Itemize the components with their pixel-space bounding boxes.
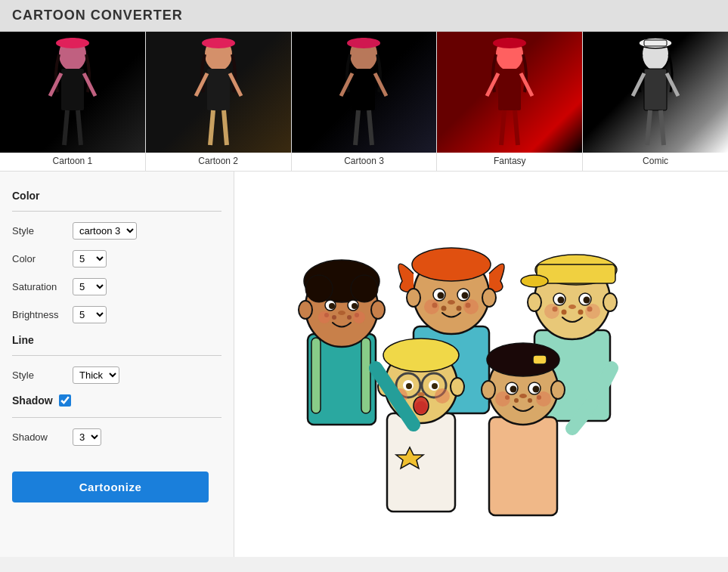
image-item-cartoon2[interactable]: Cartoon 2 (146, 32, 292, 171)
cartoon-kids-illustration (262, 183, 701, 546)
brightness-label: Brightness (12, 309, 73, 320)
svg-point-83 (557, 297, 564, 304)
svg-rect-59 (361, 338, 370, 413)
app-title: CARTOON CONVERTER (12, 8, 183, 23)
svg-rect-9 (207, 69, 230, 110)
image-preview-fantasy (437, 32, 582, 153)
svg-rect-58 (311, 338, 321, 413)
brightness-control: 1234 567 8910 (73, 306, 107, 323)
svg-rect-1 (61, 69, 84, 110)
svg-point-87 (578, 310, 583, 315)
svg-point-125 (495, 391, 510, 407)
svg-point-104 (417, 392, 425, 397)
svg-point-66 (461, 292, 468, 299)
image-item-cartoon3[interactable]: Cartoon 3 (292, 32, 438, 171)
color-field-row: Color 1234 567 8910 (12, 250, 221, 267)
svg-line-6 (64, 110, 67, 145)
image-preview-cartoon3 (292, 32, 437, 153)
svg-point-43 (305, 275, 333, 302)
comic-figure (621, 36, 689, 149)
line-style-select[interactable]: Thin Thick Extra (73, 366, 119, 384)
svg-point-89 (568, 305, 576, 309)
svg-point-71 (448, 300, 455, 305)
image-preview-cartoon1 (0, 32, 145, 153)
svg-rect-3 (61, 40, 84, 46)
svg-rect-94 (387, 413, 455, 512)
brightness-field-row: Brightness 1234 567 8910 (12, 306, 221, 323)
color-section: Color Style cartoon 1 cartoon 2 cartoon … (12, 190, 221, 323)
image-label-cartoon2: Cartoon 2 (198, 156, 238, 166)
kid-front-right (482, 343, 565, 515)
shadow-value-label: Shadow (12, 431, 73, 443)
fantasy-figure (476, 36, 544, 149)
svg-point-106 (415, 401, 427, 413)
image-item-cartoon1[interactable]: Cartoon 1 (0, 32, 146, 171)
shadow-divider (12, 417, 221, 418)
cartoonize-button[interactable]: Cartoonize (12, 472, 209, 502)
image-preview-cartoon2 (146, 32, 291, 153)
svg-point-75 (482, 289, 496, 307)
line-divider (12, 355, 221, 356)
saturation-field-row: Saturation 1234 567 8910 (12, 278, 221, 295)
line-section: Line Style Thin Thick Extra (12, 334, 221, 384)
svg-point-54 (318, 311, 330, 323)
image-label-cartoon3: Cartoon 3 (344, 156, 384, 166)
svg-point-92 (528, 293, 541, 311)
svg-point-65 (437, 292, 444, 299)
svg-point-73 (463, 299, 479, 314)
cartoon1-figure (39, 36, 107, 149)
svg-point-68 (441, 306, 446, 311)
kid-back-left (299, 260, 385, 425)
svg-point-119 (532, 386, 539, 393)
svg-point-114 (487, 343, 559, 376)
svg-point-80 (521, 275, 548, 287)
svg-rect-112 (489, 417, 557, 515)
svg-point-108 (435, 388, 450, 403)
shadow-checkbox[interactable] (59, 394, 71, 407)
color-select[interactable]: 1234 567 8910 (73, 250, 107, 267)
image-preview-comic (583, 32, 728, 153)
svg-point-127 (482, 381, 495, 399)
svg-point-72 (424, 299, 439, 314)
svg-rect-35 (644, 40, 667, 46)
line-section-title: Line (12, 334, 221, 346)
brightness-select[interactable]: 1234 567 8910 (73, 306, 107, 323)
svg-point-53 (338, 311, 345, 315)
kid-front-left (378, 339, 464, 512)
svg-line-31 (515, 110, 518, 145)
cartoon2-figure (184, 36, 252, 149)
app-container: CARTOON CONVERTER (0, 0, 728, 557)
style-control: cartoon 1 cartoon 2 cartoon 3 fantasy co… (73, 222, 137, 240)
svg-point-56 (299, 301, 312, 319)
color-divider (12, 211, 221, 212)
image-item-comic[interactable]: Comic (583, 32, 728, 171)
svg-line-7 (78, 110, 81, 145)
svg-point-51 (347, 315, 352, 320)
cartoon-preview (242, 179, 720, 549)
svg-rect-19 (352, 40, 375, 46)
style-select[interactable]: cartoon 1 cartoon 2 cartoon 3 fantasy co… (73, 222, 137, 240)
svg-point-103 (432, 383, 438, 389)
image-label-comic: Comic (643, 156, 668, 166)
svg-point-122 (528, 398, 532, 403)
svg-line-30 (501, 110, 504, 145)
svg-point-47 (329, 303, 335, 309)
svg-point-96 (383, 339, 459, 372)
svg-line-14 (210, 110, 213, 145)
image-item-fantasy[interactable]: Fantasy (437, 32, 583, 171)
shadow-header-row: Shadow (12, 394, 221, 407)
svg-point-126 (536, 391, 551, 407)
svg-point-69 (456, 306, 461, 311)
svg-line-39 (661, 110, 664, 145)
image-label-fantasy: Fantasy (494, 156, 526, 166)
svg-point-91 (585, 304, 600, 319)
svg-line-15 (224, 110, 227, 145)
svg-point-74 (407, 289, 420, 307)
svg-rect-115 (533, 355, 547, 364)
saturation-select[interactable]: 1234 567 8910 (73, 278, 107, 295)
shadow-value-select[interactable]: 12 3 45 (73, 428, 101, 446)
line-style-label: Style (12, 369, 73, 381)
svg-point-55 (353, 311, 365, 323)
svg-point-48 (352, 303, 358, 309)
color-section-title: Color (12, 190, 221, 202)
